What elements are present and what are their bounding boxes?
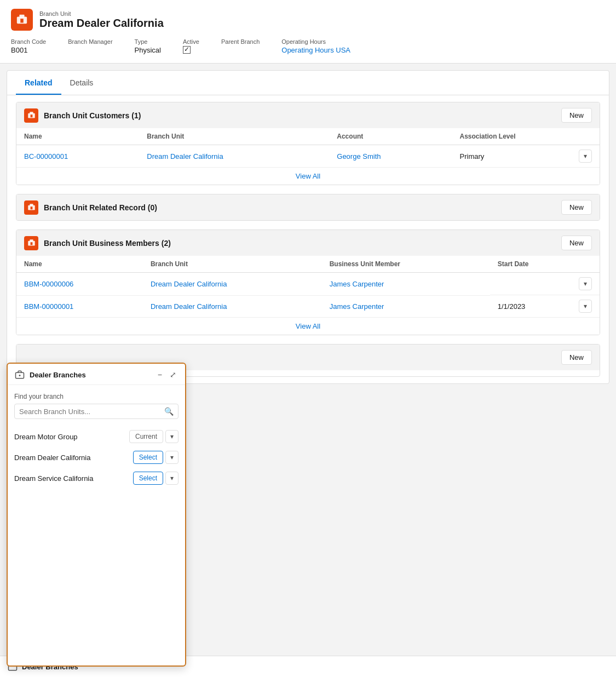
- dealer-popup-minimize-button[interactable]: −: [156, 369, 164, 380]
- dealer-branches-popup: Dealer Branches − ⤢ Find your branch 🔍 D…: [7, 363, 186, 667]
- customers-col-account: Account: [329, 128, 452, 145]
- list-item: Dream Motor Group Current ▾: [14, 427, 179, 446]
- record-fields: Branch Code B001 Branch Manager Type Phy…: [11, 38, 605, 55]
- list-item: Dream Dealer California Select ▾: [14, 447, 179, 467]
- branch-item-name-1: Dream Dealer California: [14, 454, 133, 462]
- table-row: BC-00000001 Dream Dealer California Geor…: [16, 145, 600, 168]
- branch-item-actions-2: Select ▾: [133, 472, 179, 485]
- related-record-new-button[interactable]: New: [561, 200, 592, 215]
- customer-account-link[interactable]: George Smith: [337, 152, 381, 160]
- record-name: Dream Dealer California: [39, 17, 164, 30]
- branch-select-button-1[interactable]: Select: [133, 451, 163, 464]
- branch-dropdown-1[interactable]: ▾: [165, 451, 179, 464]
- customer-name-link[interactable]: BC-00000001: [24, 152, 68, 160]
- customers-table: Name Branch Unit Account Association Lev…: [16, 128, 600, 167]
- bm-row2-dropdown[interactable]: ▾: [579, 300, 592, 313]
- svg-rect-5: [30, 114, 32, 117]
- svg-rect-2: [20, 19, 24, 22]
- record-title-block: Branch Unit Dream Dealer California: [39, 10, 164, 30]
- parent-branch-value: [221, 46, 260, 54]
- customers-col-branch: Branch Unit: [139, 128, 329, 145]
- customer-association-dropdown[interactable]: ▾: [579, 150, 592, 163]
- svg-rect-11: [30, 242, 32, 245]
- list-item: Dream Service California Select ▾: [14, 468, 179, 488]
- table-row: BBM-00000001 Dream Dealer California Jam…: [16, 295, 600, 317]
- related-sections: Branch Unit Customers (1) New Name Branc…: [7, 95, 609, 383]
- customers-new-button[interactable]: New: [561, 108, 592, 123]
- dealer-popup-header-left: Dealer Branches: [14, 369, 86, 380]
- bm-row2-member[interactable]: James Carpenter: [330, 302, 384, 311]
- branch-item-name-2: Dream Service California: [14, 474, 133, 483]
- fourth-section-new-button[interactable]: New: [561, 350, 592, 365]
- bm-row1-dropdown[interactable]: ▾: [579, 277, 592, 290]
- business-members-header-left: Branch Unit Business Members (2): [24, 236, 171, 250]
- branch-dropdown-2[interactable]: ▾: [165, 472, 179, 485]
- branch-item-actions-0: Current ▾: [129, 430, 179, 443]
- business-members-section-title: Branch Unit Business Members (2): [44, 239, 171, 248]
- related-details-section: Related Details Branch Unit Customers (1…: [7, 70, 609, 384]
- dealer-search-icon: 🔍: [164, 407, 174, 416]
- dealer-popup-actions: − ⤢: [156, 369, 179, 380]
- customer-branch-link[interactable]: Dream Dealer California: [147, 152, 223, 160]
- svg-rect-4: [30, 112, 33, 114]
- dealer-popup-header: Dealer Branches − ⤢: [8, 364, 185, 385]
- dealer-popup-title: Dealer Branches: [30, 371, 86, 379]
- related-record-section-header: Branch Unit Related Record (0) New: [16, 194, 600, 220]
- business-members-view-all[interactable]: View All: [16, 317, 600, 335]
- customers-section-icon: [24, 108, 38, 123]
- bm-row1-name[interactable]: BBM-00000006: [24, 280, 73, 288]
- active-label: Active: [183, 38, 199, 45]
- business-members-section-header: Branch Unit Business Members (2) New: [16, 230, 600, 256]
- dealer-search-box: 🔍: [14, 404, 179, 419]
- table-row: BBM-00000006 Dream Dealer California Jam…: [16, 273, 600, 296]
- bm-col-name: Name: [16, 256, 143, 273]
- business-members-table: Name Branch Unit Business Unit Member St…: [16, 256, 600, 317]
- svg-rect-1: [19, 15, 24, 18]
- branch-code-label: Branch Code: [11, 38, 46, 45]
- dealer-search-input[interactable]: [19, 408, 161, 416]
- record-header: Branch Unit Dream Dealer California Bran…: [0, 0, 616, 64]
- branch-current-button-0[interactable]: Current: [129, 430, 163, 443]
- tab-related[interactable]: Related: [16, 71, 61, 95]
- dealer-branch-list: Dream Motor Group Current ▾ Dream Dealer…: [14, 427, 179, 488]
- object-type-label: Branch Unit: [39, 10, 164, 17]
- customers-col-association: Association Level: [452, 128, 600, 145]
- related-record-header-left: Branch Unit Related Record (0): [24, 200, 157, 215]
- record-type-icon: [11, 9, 33, 31]
- svg-rect-8: [30, 206, 32, 209]
- customers-section: Branch Unit Customers (1) New Name Branc…: [16, 102, 600, 185]
- customers-header-left: Branch Unit Customers (1): [24, 108, 141, 123]
- business-members-section: Branch Unit Business Members (2) New Nam…: [16, 230, 600, 335]
- branch-item-name-0: Dream Motor Group: [14, 433, 129, 441]
- branch-item-actions-1: Select ▾: [133, 451, 179, 464]
- bm-row2-branch[interactable]: Dream Dealer California: [151, 302, 227, 311]
- dealer-popup-icon: [14, 369, 25, 380]
- tabs-nav: Related Details: [7, 71, 609, 95]
- active-checkbox: [183, 46, 199, 55]
- related-record-section-title: Branch Unit Related Record (0): [44, 203, 157, 212]
- branch-dropdown-0[interactable]: ▾: [165, 430, 179, 443]
- dealer-popup-expand-button[interactable]: ⤢: [168, 369, 179, 380]
- operating-hours-value[interactable]: Operating Hours USA: [281, 46, 350, 54]
- type-label: Type: [135, 38, 161, 45]
- branch-manager-field: Branch Manager: [68, 38, 112, 55]
- tab-details[interactable]: Details: [61, 71, 102, 95]
- business-members-new-button[interactable]: New: [561, 236, 592, 250]
- branch-manager-value: [68, 46, 112, 54]
- active-field: Active: [183, 38, 199, 55]
- svg-rect-10: [30, 239, 33, 242]
- branch-select-button-2[interactable]: Select: [133, 472, 163, 485]
- customers-view-all[interactable]: View All: [16, 167, 600, 185]
- branch-manager-label: Branch Manager: [68, 38, 112, 45]
- operating-hours-field: Operating Hours Operating Hours USA: [281, 38, 350, 55]
- customer-association-value: Primary: [460, 152, 485, 160]
- customers-col-name: Name: [16, 128, 139, 145]
- parent-branch-label: Parent Branch: [221, 38, 260, 45]
- bm-row2-name[interactable]: BBM-00000001: [24, 302, 73, 311]
- business-members-section-icon: [24, 236, 38, 250]
- bm-col-branch: Branch Unit: [143, 256, 322, 273]
- dealer-search-label: Find your branch: [14, 393, 179, 400]
- bm-row1-member[interactable]: James Carpenter: [330, 280, 384, 288]
- customers-section-title: Branch Unit Customers (1): [44, 111, 141, 120]
- bm-row1-branch[interactable]: Dream Dealer California: [151, 280, 227, 288]
